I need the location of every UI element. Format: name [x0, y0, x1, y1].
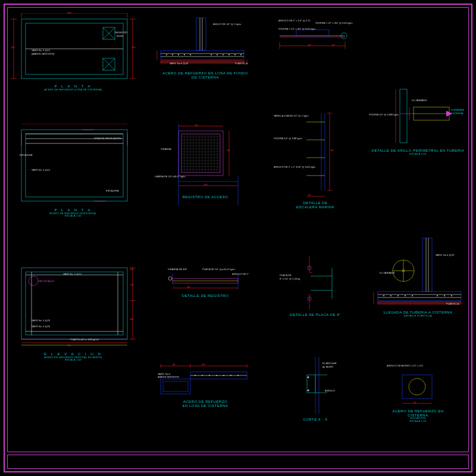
svg-point-56 [228, 54, 230, 55]
dim-dr60a: 60 [187, 286, 190, 289]
ann-e-vars3: VARS No. 4 @20 [32, 325, 50, 328]
dim-e190: 190 [130, 268, 134, 271]
svg-point-57 [234, 54, 236, 55]
ann-em3: VARILLA LISA DE 1/2" @ 1 kg/m [274, 114, 309, 117]
ann-mf2: VARS. No.4 @20 [170, 62, 188, 65]
svg-point-110 [209, 375, 210, 376]
dim-e165: 165 [130, 318, 134, 321]
title-rl2: EN LOSA DE CISTERNA [155, 404, 256, 408]
ann-dr3: ANGULO DE 2" [232, 273, 249, 275]
title-block-strip [7, 455, 469, 469]
detail-registro: VISAGRA LAMINA DE 1/4"=46.47 kg/m 60 60 … [155, 119, 256, 226]
ann-zona: ZONA DE VENTILACION [94, 137, 121, 140]
scale-elev: ESCALA 1:50 [23, 359, 124, 361]
title-ac: ACERO DE REFUERZO EN [369, 409, 467, 414]
ann-rl-amb: AMBOS SENTIDOS [158, 375, 179, 378]
ann-at1: ANGULO DE 2" x 1/4" @ 4.75 [278, 19, 311, 22]
dim-145: 145 [11, 46, 15, 49]
svg-point-111 [216, 375, 217, 376]
svg-point-146 [308, 377, 309, 378]
ann-at2: SOLERA 1 1/2" x 3/4" @ 0.66 kg/m [315, 21, 353, 24]
svg-point-168 [397, 295, 399, 296]
svg-rect-42 [196, 18, 206, 51]
svg-point-99 [168, 277, 172, 280]
svg-point-172 [444, 295, 445, 296]
scale-planta2: ESCALA 1:50 [23, 215, 124, 217]
svg-rect-148 [400, 89, 407, 143]
ann-e-vars1: VARS No. 4 @15 [63, 273, 82, 275]
svg-point-58 [240, 54, 242, 55]
ann-cx2: AL MURO [322, 365, 333, 368]
svg-point-49 [172, 54, 173, 55]
dim-e340: 340 [67, 344, 71, 347]
ann-dr2: PLACA DE 1/4" @=46.47 kg/m [202, 268, 235, 271]
title-reg: REGISTRO DE ACCESO [155, 195, 256, 199]
svg-point-51 [184, 54, 185, 55]
dim-rl120: 120 [201, 363, 205, 366]
svg-point-53 [211, 54, 212, 55]
ann-reg-size: 60x60 [117, 35, 123, 37]
svg-rect-63 [181, 134, 220, 173]
svg-point-167 [390, 295, 392, 296]
svg-point-171 [437, 295, 438, 296]
dim-em80: 80 [331, 149, 333, 152]
svg-point-48 [166, 54, 167, 55]
ann-reg-vis: VISAGRA [161, 148, 171, 151]
scale-an: ESCALA 1:20 [369, 153, 467, 155]
ann-p8-1: PLACA DE [280, 274, 292, 277]
title-ll2: (DETALLE PLANTILLA) [369, 315, 467, 317]
ann-reg-lam: LAMINA DE 1/4"=46.47 kg/m [155, 175, 186, 178]
detail-planta-2: ZONA DE VENTILACION VARS No. 4 @15 ESCAL… [11, 124, 136, 231]
detail-placa8: PLACA DE 8" x 1/4" @ 2.43 kg DETALLE DE … [268, 244, 363, 333]
ann-p8-2: 8" x 1/4" @ 2.43 kg [280, 277, 300, 280]
detail-escalera-marina: VARILLA LISA DE 1/2" @ 1 kg/m SOLERA 1/4… [268, 101, 363, 226]
ann-em4: SOLERA 1/4" @ 3.88 kg/m [274, 137, 302, 140]
dim-em25: 25 [308, 193, 311, 196]
detail-ref-losa: VARS. No.4 AMBOS SENTIDOS 120 30 ACERO D… [155, 351, 256, 428]
detail-corte: EL ANCLAJE AL MURO ANGULO CORTE X - X [268, 351, 363, 434]
svg-point-52 [190, 54, 191, 55]
ann-an2: LLEGADA A [451, 108, 464, 111]
dim-reg100: 100 [203, 183, 208, 186]
svg-point-147 [308, 390, 309, 392]
svg-point-166 [383, 295, 384, 296]
detail-muro-fondo: ANILLO DE 1/4" @ 1 kg/m VARS. No.4 @20 P… [155, 13, 256, 90]
ann-ambos: (AMBOS SENTIDOS) [32, 52, 55, 55]
title-mf: ACERO DE REFUERZO EN LOSA DE FONDO [155, 71, 256, 76]
dim-reg60b: 60 [227, 149, 230, 152]
ann-reg: REGISTRO [115, 31, 127, 34]
svg-rect-103 [163, 381, 188, 392]
dim-165: 165 [131, 46, 136, 49]
svg-point-112 [223, 375, 224, 376]
ann-vars: VARS No. 4 @15 [32, 49, 50, 52]
title-cx: CORTE X - X [268, 418, 363, 422]
ann-dr1: VISAGRA DE 3/8" [168, 268, 187, 271]
detail-det-registro: VISAGRA DE 3/8" PLACA DE 1/4" @=46.47 kg… [155, 256, 256, 315]
ann-an3: CISTERNA [451, 112, 463, 115]
dim-at60: 60 [308, 43, 311, 46]
ann-an4: SOLERA 1/4" @ 0.686 kg/m [369, 113, 399, 116]
svg-point-50 [178, 54, 179, 55]
ann-ll3: PLANTILLA [446, 302, 459, 305]
dim-at20: 20 [332, 43, 334, 46]
dim-reg60a: 60 [195, 124, 198, 127]
svg-point-114 [237, 375, 239, 376]
ann-esc2: ESCALERA [106, 189, 118, 192]
ann-e-plantilla: PLANTILLA f'c= 100 kg/m2 [70, 338, 99, 341]
dim-rl30: 30 [173, 363, 175, 366]
title-p8: DETALLE DE PLACA DE 8" [268, 313, 363, 317]
title-em: DETALLE DE [268, 201, 363, 205]
title-dr: DETALLE DE REGISTRO [155, 294, 256, 298]
svg-rect-158 [378, 292, 461, 300]
ann-an1: D= VARIABLE [412, 99, 427, 102]
detail-planta-1: VARS No. 4 @15 (AMBOS SENTIDOS) REGISTRO… [11, 13, 136, 108]
dim-340: 340 [67, 11, 71, 14]
ann-ll1: VARS. No.4 @20 [436, 253, 454, 256]
ann-ll2: D= VARIABLE [380, 271, 395, 274]
ann-vars2: VARS No. 4 @15 [32, 168, 50, 171]
ann-em5: ANGULO DE 2" x 2" 3/16" @ 3.63 kg/m [274, 165, 315, 168]
ann-mf3: PLANTILLA [235, 62, 248, 65]
ann-mf1: ANILLO DE 1/4" @ 1 kg/m [213, 23, 241, 26]
ann-cx3: ANGULO [325, 389, 335, 392]
ann-e-detalle: VER DETALLE [38, 280, 54, 283]
